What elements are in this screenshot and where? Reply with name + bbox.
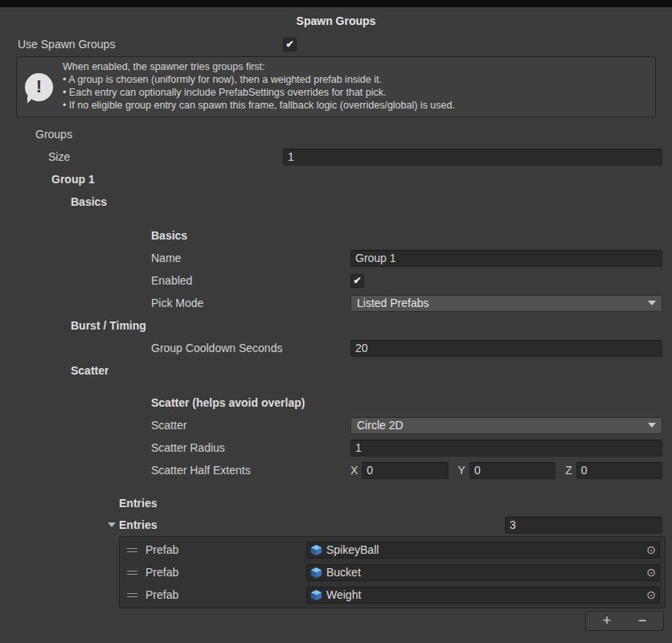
entries-list: Prefab SpikeyBall ⊙ Prefab Bucket ⊙ Pref… — [119, 536, 666, 608]
enabled-label: Enabled — [151, 274, 350, 287]
check-icon: ✔ — [285, 39, 293, 50]
object-picker-icon[interactable]: ⊙ — [643, 543, 659, 558]
basics-header-row: Basics — [0, 224, 672, 247]
scatter-section-label: Scatter — [71, 364, 109, 377]
foldout-arrow-icon — [108, 522, 116, 527]
use-spawn-groups-checkbox[interactable]: ✔ — [283, 38, 297, 51]
name-input[interactable]: Group 1 — [350, 250, 662, 267]
prefab-cube-icon — [310, 544, 322, 556]
size-label: Size — [48, 150, 283, 163]
chevron-down-icon — [648, 423, 656, 428]
scatter-header-label: Scatter (helps avoid overlap) — [151, 396, 305, 409]
list-footer-bar: + − — [585, 611, 664, 631]
half-extents-x-input[interactable]: 0 — [362, 462, 448, 479]
object-picker-icon[interactable]: ⊙ — [643, 588, 659, 603]
entries-section-row: Entries — [0, 493, 672, 514]
half-extents-y-input[interactable]: 0 — [469, 462, 555, 479]
pick-mode-label: Pick Mode — [151, 297, 350, 309]
remove-entry-button[interactable]: − — [625, 612, 660, 629]
z-axis-label: Z — [565, 464, 572, 477]
add-entry-button[interactable]: + — [589, 612, 625, 629]
list-item: Prefab Weight ⊙ — [120, 584, 665, 606]
half-extents-row: Scatter Half Extents X 0 Y 0 Z 0 — [0, 459, 672, 481]
basics-section-row[interactable]: Basics — [0, 190, 672, 213]
cooldown-input[interactable]: 20 — [350, 340, 662, 357]
half-extents-label: Scatter Half Extents — [151, 464, 350, 477]
groups-header-row: Groups — [0, 123, 672, 145]
help-line: • A group is chosen (uniformly for now),… — [63, 74, 455, 87]
prefab-cube-icon — [310, 589, 322, 601]
list-item: Prefab SpikeyBall ⊙ — [120, 539, 665, 561]
help-line: When enabled, the spawner tries groups f… — [63, 61, 455, 74]
list-item: Prefab Bucket ⊙ — [120, 561, 665, 584]
spacer — [0, 481, 672, 493]
scatter-radius-input[interactable]: 1 — [350, 440, 662, 457]
exclamation-icon: ! — [36, 76, 42, 97]
prefab-label: Prefab — [145, 566, 306, 579]
inspector-panel: Spawn Groups Use Spawn Groups ✔ ! When e… — [0, 0, 672, 631]
scatter-section-row[interactable]: Scatter — [0, 359, 672, 382]
spacer — [0, 213, 672, 224]
entries-count-input[interactable]: 3 — [505, 517, 662, 534]
groups-label: Groups — [35, 128, 72, 141]
help-line: • Each entry can optionally include Pref… — [63, 87, 455, 100]
cooldown-row: Group Cooldown Seconds 20 — [0, 337, 672, 359]
name-label: Name — [151, 252, 350, 264]
entries-list-footer: + − — [0, 611, 664, 631]
pick-mode-row: Pick Mode Listed Prefabs — [0, 292, 672, 314]
prefab-object-field[interactable]: SpikeyBall ⊙ — [306, 542, 660, 559]
basics-header-label: Basics — [151, 229, 187, 242]
chevron-down-icon — [648, 301, 656, 305]
name-row: Name Group 1 — [0, 247, 672, 269]
group1-label: Group 1 — [51, 173, 95, 186]
drag-handle-icon[interactable] — [127, 548, 137, 552]
prefab-label: Prefab — [145, 543, 306, 556]
help-text: When enabled, the spawner tries groups f… — [63, 61, 455, 112]
enabled-row: Enabled ✔ — [0, 269, 672, 292]
cooldown-label: Group Cooldown Seconds — [151, 342, 350, 354]
prefab-label: Prefab — [145, 588, 306, 601]
entries-foldout-row: Entries 3 — [0, 514, 672, 536]
entries-foldout-label: Entries — [119, 518, 505, 531]
scatter-header-row: Scatter (helps avoid overlap) — [0, 391, 672, 414]
page-title: Spawn Groups — [297, 14, 376, 27]
enabled-checkbox[interactable]: ✔ — [350, 274, 364, 288]
burst-timing-label: Burst / Timing — [71, 319, 146, 332]
entries-section-label: Entries — [119, 497, 157, 510]
spacer — [0, 382, 672, 391]
drag-handle-icon[interactable] — [127, 571, 137, 575]
window-top-edge — [0, 0, 672, 7]
burst-timing-row[interactable]: Burst / Timing — [0, 314, 672, 337]
entries-foldout-toggle[interactable] — [104, 522, 119, 527]
help-box: ! When enabled, the spawner tries groups… — [16, 56, 656, 117]
scatter-mode-label: Scatter — [151, 419, 350, 432]
use-spawn-groups-row: Use Spawn Groups ✔ — [0, 34, 672, 55]
group1-row[interactable]: Group 1 — [0, 168, 672, 190]
prefab-object-field[interactable]: Weight ⊙ — [306, 587, 660, 604]
size-input[interactable]: 1 — [283, 149, 662, 166]
drag-handle-icon[interactable] — [127, 593, 137, 597]
section-title-row: Spawn Groups — [0, 7, 672, 34]
scatter-mode-dropdown[interactable]: Circle 2D — [350, 417, 662, 434]
prefab-cube-icon — [310, 567, 322, 579]
half-extents-z-input[interactable]: 0 — [576, 462, 662, 479]
size-row: Size 1 — [0, 145, 672, 168]
pick-mode-dropdown[interactable]: Listed Prefabs — [350, 295, 662, 312]
prefab-object-field[interactable]: Bucket ⊙ — [306, 564, 660, 581]
use-spawn-groups-label: Use Spawn Groups — [18, 38, 283, 51]
help-line: • If no eligible group entry can spawn t… — [63, 100, 455, 113]
object-picker-icon[interactable]: ⊙ — [643, 565, 659, 580]
x-axis-label: X — [350, 464, 358, 477]
y-axis-label: Y — [458, 464, 465, 477]
check-icon: ✔ — [353, 275, 361, 286]
scatter-radius-row: Scatter Radius 1 — [0, 436, 672, 459]
scatter-radius-label: Scatter Radius — [151, 441, 350, 454]
scatter-mode-row: Scatter Circle 2D — [0, 414, 672, 436]
basics-section-label: Basics — [71, 195, 107, 208]
info-bubble-icon: ! — [25, 73, 53, 101]
